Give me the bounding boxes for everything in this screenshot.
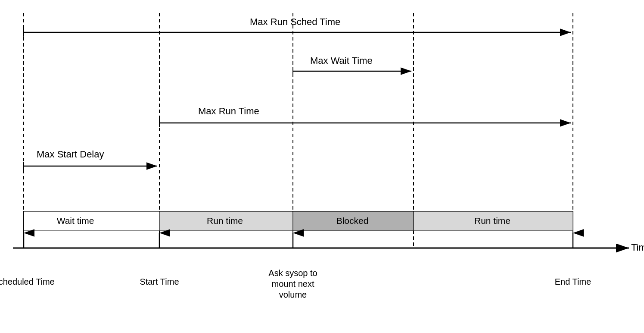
- end-time-label: End Time: [555, 277, 591, 286]
- diagram-container: Max Run Sched Time Max Wait Time Max Run…: [0, 0, 644, 333]
- time-axis-label: Time: [631, 242, 644, 253]
- svg-text:mount next: mount next: [272, 279, 314, 289]
- blocked-label: Blocked: [336, 216, 369, 226]
- ask-sysop-label: Ask sysop to: [268, 268, 317, 278]
- run-time-2-label: Run time: [474, 216, 510, 226]
- max-wait-time-label: Max Wait Time: [310, 55, 373, 66]
- start-time-label: Start Time: [140, 277, 179, 286]
- max-run-time-label: Max Run Time: [198, 106, 259, 116]
- max-start-delay-label: Max Start Delay: [37, 149, 104, 160]
- scheduled-time-label: Scheduled Time: [0, 277, 55, 286]
- svg-text:volume: volume: [279, 290, 307, 299]
- max-run-sched-time-label: Max Run Sched Time: [250, 16, 340, 27]
- wait-time-label: Wait time: [57, 216, 94, 226]
- run-time-1-label: Run time: [207, 216, 243, 226]
